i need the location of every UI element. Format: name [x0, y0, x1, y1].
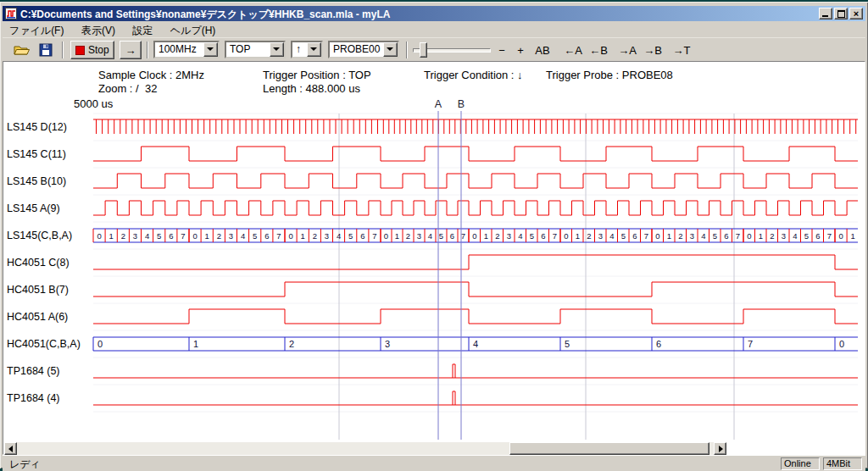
probe-value: PROBE00	[333, 43, 380, 55]
trigger-position-value: TOP	[230, 43, 250, 55]
stop-button[interactable]: Stop	[70, 41, 114, 59]
trigger-edge-value: ↑	[296, 43, 301, 55]
goto-trigger-button[interactable]: →T	[670, 42, 693, 58]
sample-rate-dropdown-button[interactable]	[203, 42, 218, 57]
toolbar-separator	[147, 42, 148, 58]
scroll-right-icon	[719, 446, 723, 452]
trigger-edge-combo[interactable]: ↑	[291, 41, 323, 58]
client-area: Sample Clock : 2MHz Trigger Position : T…	[3, 61, 865, 455]
stop-icon	[75, 46, 85, 55]
status-memory: 4MBit	[823, 457, 862, 470]
trigger-condition-info: Trigger Condition : ↓	[424, 69, 523, 81]
app-icon	[5, 8, 17, 19]
cursor-ab-button[interactable]: AB	[531, 42, 554, 58]
chevron-down-icon	[207, 47, 214, 51]
scroll-right-button[interactable]	[714, 442, 726, 455]
stop-label: Stop	[88, 44, 109, 56]
status-online: Online	[781, 457, 820, 470]
close-button[interactable]: ×	[849, 8, 863, 19]
zoom-in-button[interactable]: +	[513, 42, 528, 58]
open-folder-icon	[14, 43, 31, 57]
probe-combo[interactable]: PROBE00	[328, 41, 399, 58]
open-button[interactable]	[11, 41, 33, 59]
scroll-left-icon	[8, 446, 13, 452]
trigger-position-info: Trigger Position : TOP	[263, 69, 371, 81]
prev-cursor-a-button[interactable]: ←A	[562, 42, 584, 58]
time-scale-label: 5000 us	[74, 97, 113, 110]
sample-clock-info: Sample Clock : 2MHz	[98, 69, 204, 81]
desktop: C:¥Documents and Settings¥noname¥デスクトップ¥…	[0, 0, 868, 471]
next-cursor-a-button[interactable]: →A	[616, 42, 638, 58]
chevron-down-icon	[310, 47, 317, 51]
minimize-button[interactable]	[819, 8, 832, 19]
titlebar[interactable]: C:¥Documents and Settings¥noname¥デスクトップ¥…	[3, 6, 865, 21]
length-info: Length : 488.000 us	[263, 82, 360, 95]
statusbar: レディ Online 4MBit	[3, 455, 865, 471]
maximize-icon	[837, 10, 845, 18]
window-title: C:¥Documents and Settings¥noname¥デスクトップ¥…	[20, 8, 390, 22]
minimize-icon	[822, 15, 828, 17]
probe-dropdown-button[interactable]	[383, 42, 398, 57]
close-icon: ×	[850, 8, 862, 19]
prev-cursor-b-button[interactable]: ←B	[587, 42, 609, 58]
sample-rate-combo[interactable]: 100MHz	[153, 41, 220, 58]
scrollbar-thumb[interactable]	[509, 442, 709, 455]
next-cursor-b-button[interactable]: →B	[642, 42, 664, 58]
run-arrow-icon: →	[125, 44, 136, 57]
chevron-down-icon	[387, 47, 393, 51]
sample-rate-value: 100MHz	[159, 43, 197, 55]
trigger-position-combo[interactable]: TOP	[225, 41, 286, 58]
toolbar-separator	[62, 42, 64, 58]
trigger-position-dropdown-button[interactable]	[270, 42, 284, 57]
chevron-down-icon	[273, 47, 280, 51]
status-ready: レディ	[9, 457, 41, 471]
toolbar: Stop → 100MHz TOP ↑ PR	[3, 37, 865, 62]
zoom-slider[interactable]	[413, 41, 491, 59]
menubar: ファイル(F) 表示(V) 設定 ヘルプ(H)	[3, 22, 865, 37]
save-floppy-icon	[39, 43, 53, 57]
zoom-out-button[interactable]: −	[494, 42, 509, 58]
scroll-left-button[interactable]	[4, 442, 17, 455]
run-button[interactable]: →	[120, 41, 142, 59]
app-window: C:¥Documents and Settings¥noname¥デスクトップ¥…	[0, 2, 868, 468]
zoom-slider-handle[interactable]	[420, 42, 427, 58]
trigger-edge-dropdown-button[interactable]	[307, 42, 321, 57]
trigger-probe-info: Trigger Probe : PROBE08	[546, 69, 673, 81]
maximize-button[interactable]	[834, 8, 848, 19]
save-button[interactable]	[35, 41, 57, 59]
horizontal-scrollbar[interactable]	[4, 442, 726, 455]
toolbar-separator	[406, 42, 408, 58]
zoom-info: Zoom : / 32	[98, 82, 157, 95]
